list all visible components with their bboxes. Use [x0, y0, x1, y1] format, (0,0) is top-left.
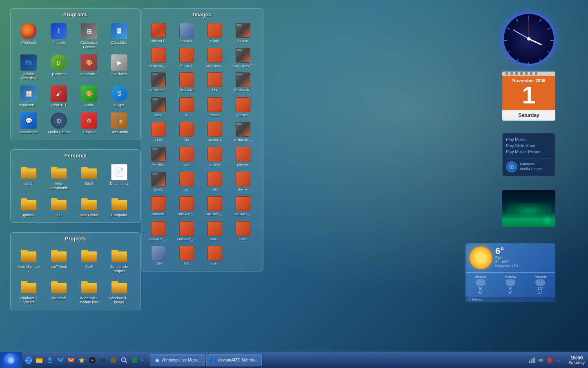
- fence-item-win7sysfiles[interactable]: Windows 7 system files: [75, 277, 103, 307]
- fence-item-skinstudio[interactable]: 🎭 SkinStudio: [105, 111, 134, 136]
- fence-item-skype[interactable]: S Skype: [105, 84, 134, 109]
- fence-item-img-shutdown[interactable]: TGA shutdown-...: [229, 120, 256, 144]
- quicklaunch-people[interactable]: [45, 355, 55, 365]
- fence-item-win7vistart[interactable]: Windows 7 Vistart: [14, 277, 43, 307]
- fence-item-img-taskbarwin7[interactable]: TGA taskbar win7: [229, 46, 256, 70]
- fence-item-new-folder[interactable]: New Folder: [75, 194, 103, 219]
- quicklaunch-unknown2[interactable]: [130, 355, 140, 365]
- fence-item-site9[interactable]: site9: [14, 162, 43, 192]
- fence-item-ps[interactable]: Ps Adobe Photoshop: [14, 53, 43, 83]
- quicklaunch-overflow[interactable]: »: [140, 358, 145, 362]
- tray-network-icon[interactable]: [528, 357, 536, 364]
- quicklaunch-search[interactable]: [119, 355, 129, 365]
- taskbar-task-deviantart[interactable]: deviantART: Submis...: [206, 354, 262, 366]
- fence-item-windowcl[interactable]: WindowCl... image: [105, 277, 134, 307]
- fence-item-img-library1[interactable]: LIBRARY_...: [173, 195, 200, 218]
- fence-item-img-windowsa[interactable]: TGA WindowsA...: [229, 71, 256, 94]
- img-7145-label: 7145: [155, 138, 162, 142]
- fence-item-stuff[interactable]: Stuff: [75, 245, 103, 275]
- fence-item-img-966[interactable]: 966: [173, 244, 200, 267]
- taskbar-task-messenger[interactable]: 💬 Windows Live Mess...: [150, 354, 205, 366]
- fence-item-minefield[interactable]: Minefield: [14, 21, 43, 51]
- quicklaunch-music[interactable]: [87, 355, 97, 365]
- tray-sound-icon[interactable]: [537, 357, 545, 364]
- fence-item-img-15000[interactable]: 15000: [201, 96, 228, 119]
- fence-item-img-untitled1c[interactable]: Untitled1: [145, 195, 172, 218]
- fence-item-img-left[interactable]: left: [201, 170, 228, 193]
- fence-item-img-side[interactable]: side: [173, 145, 200, 168]
- fence-item-img-1[interactable]: 1: [173, 96, 200, 119]
- fence-item-img-windows[interactable]: Windows_...: [145, 46, 172, 70]
- fence-item-new-downloadz[interactable]: New Downloadz: [45, 162, 73, 192]
- fence-item-tuneup[interactable]: ⚙ TuneUp: [75, 111, 103, 136]
- fence-item-img-bottom[interactable]: TGA bottom: [229, 21, 256, 45]
- fence-item-aero[interactable]: Aero Ultimate 7: [14, 245, 43, 275]
- fence-item-img-preview2[interactable]: preview: [229, 145, 256, 168]
- fence-item-img-quick[interactable]: quick: [201, 244, 228, 267]
- fence-item-img-untitled3[interactable]: Untitled: [201, 145, 228, 168]
- fence-item-img-win7starb2[interactable]: TGA win7/starb...: [145, 71, 172, 94]
- fence-item-img-sidepanel[interactable]: sidepanel: [173, 71, 200, 94]
- quicklaunch-star[interactable]: [77, 355, 87, 365]
- start-orb-inner: [7, 357, 15, 364]
- fence-item-img-orb2[interactable]: TGA orb2: [145, 96, 172, 119]
- mc-play-slideshow[interactable]: Play Slide show: [506, 143, 552, 149]
- svg-rect-16: [111, 198, 118, 202]
- fence-item-img-frametop[interactable]: TGA frametop: [145, 145, 172, 168]
- quicklaunch-explorer[interactable]: [34, 355, 44, 365]
- fence-item-paintnet[interactable]: 🖌 PaintNET: [45, 84, 73, 109]
- fence-item-img-preview1[interactable]: preview: [173, 21, 200, 45]
- fence-item-mediacenter[interactable]: ⊙ Media Center: [45, 111, 73, 136]
- fence-item-site3[interactable]: Site3: [75, 162, 103, 192]
- fence-item-utorrent[interactable]: μ µTorrent: [45, 53, 73, 83]
- fence-item-img-library4[interactable]: LIBRARY_...: [145, 220, 172, 243]
- quicklaunch-ie[interactable]: [24, 355, 33, 365]
- quicklaunch-winmsg[interactable]: [56, 355, 65, 365]
- fence-item-img-7145[interactable]: 7145: [145, 120, 172, 144]
- fence-item-klite[interactable]: ▶ KwPlayer: [105, 53, 134, 83]
- quicklaunch-wmc[interactable]: [98, 355, 108, 365]
- quicklaunch-winmail[interactable]: [66, 355, 76, 365]
- fence-item-img-untitled2[interactable]: Untitled: [229, 96, 256, 119]
- fence-item-img-vistart[interactable]: vistart: [201, 21, 228, 45]
- fence-item-paint[interactable]: 🎨 Paint: [75, 84, 103, 109]
- img-7145-icon: [151, 122, 166, 137]
- fence-item-img-library2[interactable]: LIBRARY_...: [201, 195, 228, 218]
- taskbar-clock[interactable]: 15:50 Saturday: [565, 355, 588, 365]
- fence-item-documents[interactable]: 📄 Documents: [105, 162, 134, 192]
- fence-item-games[interactable]: games: [14, 194, 43, 219]
- fence-item-img-win7[interactable]: Win 7: [201, 220, 228, 243]
- tray-antivirus-icon[interactable]: !: [546, 357, 554, 364]
- fence-item-wbstuff[interactable]: WB stuff: [45, 277, 73, 307]
- fence-item-winbl[interactable]: 🪟 WindowBl...: [14, 84, 43, 109]
- fence-item-iconwork[interactable]: 🎨 IconWork...: [75, 53, 103, 83]
- fence-item-img-glow2[interactable]: TGA glow2: [145, 170, 172, 193]
- quicklaunch-unknown1[interactable]: [109, 355, 118, 365]
- fence-item-img-library3[interactable]: LIBRARY_...: [229, 195, 256, 218]
- mc-play-music[interactable]: Play Music: [506, 137, 552, 143]
- fence-item-img-714[interactable]: 714: [201, 71, 228, 94]
- fence-item-img-calc[interactable]: calc: [173, 170, 200, 193]
- fence-item-img-719[interactable]: 719: [173, 120, 200, 144]
- fence-item-win7viorb[interactable]: win7 viorb: [45, 245, 73, 275]
- fence-item-custfences[interactable]: ⊞ Customize Fences: [75, 21, 103, 51]
- programs-fence-items: Minefield I Impulse ⊞ Customize Fences 🖩…: [13, 20, 138, 138]
- fence-item-img-5334[interactable]: 5334: [145, 244, 172, 267]
- fence-item-messenger[interactable]: 💬 Messenger: [14, 111, 43, 136]
- fence-item-img-theme[interactable]: theme: [229, 170, 256, 193]
- start-button[interactable]: [0, 352, 22, 368]
- winbl-icon: 🪟: [20, 85, 37, 102]
- fence-item-img-1010[interactable]: 1010: [229, 220, 256, 243]
- fence-item-img-win7starb1[interactable]: win7/starb...: [201, 46, 228, 70]
- fence-item-img-project1[interactable]: Project1: [173, 46, 200, 70]
- fence-item-11[interactable]: 11: [45, 194, 73, 219]
- fence-item-calc[interactable]: 🖩 Calculator: [105, 21, 134, 51]
- mc-play-music-picture[interactable]: Play Music+Picture: [506, 149, 552, 155]
- fence-item-computer[interactable]: Computer: [105, 194, 134, 219]
- fence-item-img-library5[interactable]: LIBRARY_...: [173, 220, 200, 243]
- fence-item-img-untitled1b[interactable]: Untitled 1: [201, 120, 228, 144]
- fence-item-school[interactable]: School site project: [105, 245, 134, 275]
- fence-item-impulse[interactable]: I Impulse: [45, 21, 73, 51]
- fence-item-img-untitled1[interactable]: Untitled 1°: [145, 21, 172, 45]
- tray-misc-icon[interactable]: i: [555, 357, 563, 364]
